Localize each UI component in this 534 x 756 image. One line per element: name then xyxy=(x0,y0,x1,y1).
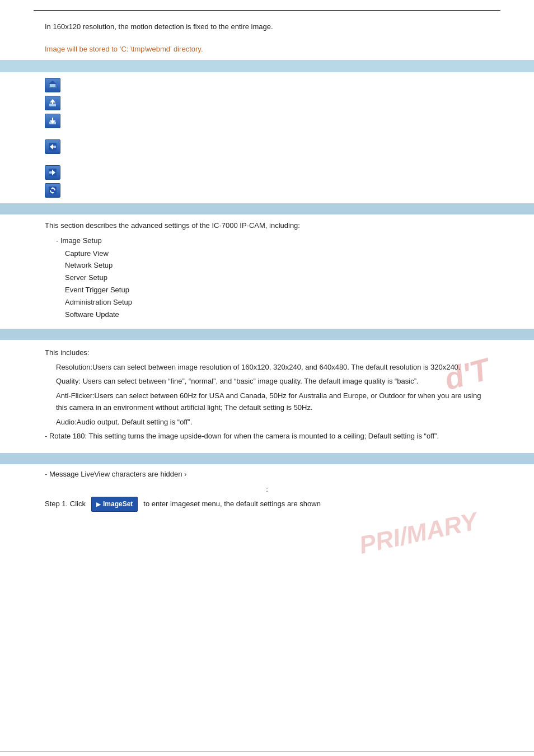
sub-item-server-setup: Server Setup xyxy=(65,272,489,284)
icon-gap-1 xyxy=(45,132,489,136)
icon-refresh[interactable] xyxy=(45,183,60,198)
svg-rect-8 xyxy=(52,118,53,121)
button-label: ImageSet xyxy=(103,499,133,510)
step-suffix: to enter imageset menu, the default sett… xyxy=(143,498,321,510)
includes-audio: Audio:Audio output. Default setting is “… xyxy=(56,416,489,428)
section1-content: This section describes the advanced sett… xyxy=(0,214,534,329)
blue-banner-1 xyxy=(0,60,534,72)
sub-item-software-update: Software Update xyxy=(65,309,489,321)
icon-gap-2 xyxy=(45,157,489,162)
includes-rotate: - Rotate 180: This setting turns the ima… xyxy=(45,430,489,442)
sub-item-event-trigger: Event Trigger Setup xyxy=(65,284,489,296)
page-container: In 160x120 resolution, the motion detect… xyxy=(0,10,534,756)
message-section: - Message LiveView characters are hidden… xyxy=(0,464,534,484)
svg-rect-14 xyxy=(49,171,52,174)
sub-item-capture-view: Capture View xyxy=(65,248,489,260)
notice-text: Image will be stored to ‘C: \tmp\webmd’ … xyxy=(0,38,534,60)
blue-banner-3 xyxy=(0,329,534,340)
icon-back[interactable] xyxy=(45,139,60,154)
includes-antiflicker: Anti-Flicker:Users can select between 60… xyxy=(56,390,489,414)
blue-banner-4 xyxy=(0,453,534,464)
step-prefix: Step 1. Click xyxy=(45,498,86,510)
icon-home[interactable] xyxy=(45,78,60,92)
includes-quality: Quality: Users can select between “fine”… xyxy=(56,375,489,387)
svg-rect-11 xyxy=(53,146,56,148)
icon-upload[interactable] xyxy=(45,96,60,110)
button-arrow-icon: ▶ xyxy=(96,500,101,509)
colon-separator: : xyxy=(0,484,534,494)
section1-intro: This section describes the advanced sett… xyxy=(45,220,489,232)
icon-arrow-right[interactable] xyxy=(45,165,60,180)
list-item-image-setup: - Image Setup xyxy=(56,235,489,247)
sub-item-admin-setup: Administration Setup xyxy=(65,297,489,309)
includes-section: This includes: Resolution:Users can sele… xyxy=(0,340,534,453)
svg-rect-5 xyxy=(52,102,53,104)
intro-text: In 160x120 resolution, the motion detect… xyxy=(0,11,534,38)
sub-item-network-setup: Network Setup xyxy=(65,260,489,272)
includes-resolution: Resolution:Users can select between imag… xyxy=(56,361,489,373)
imageset-button[interactable]: ▶ ImageSet xyxy=(91,497,138,512)
icon-download[interactable] xyxy=(45,114,60,128)
icon-section xyxy=(0,72,534,203)
includes-title: This includes: xyxy=(45,347,489,358)
step-section: Step 1. Click ▶ ImageSet to enter images… xyxy=(0,494,534,516)
blue-banner-2 xyxy=(0,203,534,214)
footer: IC-7000 USER'S GUIDE PAGE /62 Rev. PV1.0 xyxy=(0,751,534,756)
